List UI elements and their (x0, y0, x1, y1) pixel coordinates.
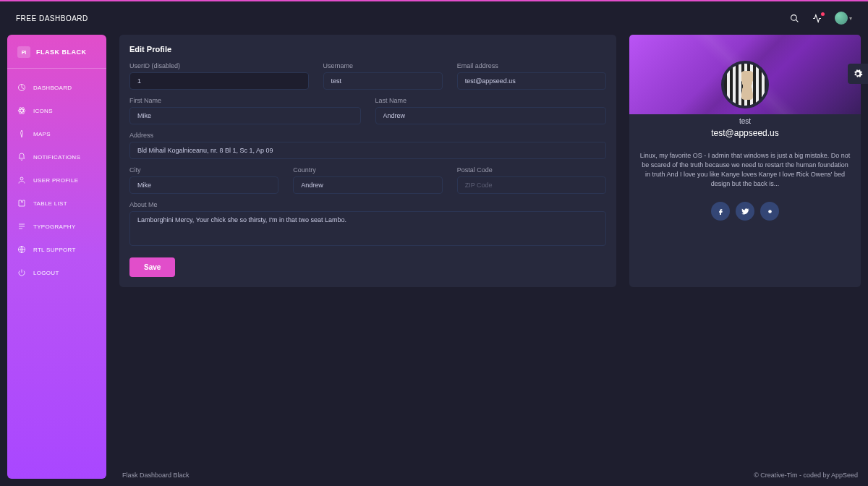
sidebar-item-maps[interactable]: MAPS (7, 122, 106, 145)
brand-logo: PI (17, 46, 30, 58)
field-country: Country (293, 166, 442, 194)
field-first-name: First Name (129, 97, 361, 124)
social-links (639, 202, 851, 221)
chart-icon (17, 83, 26, 92)
sidebar-item-label: MAPS (33, 131, 51, 137)
sidebar-item-label: DASHBOARD (33, 85, 72, 91)
settings-fab[interactable] (848, 64, 868, 84)
field-userid: UserID (disabled) (129, 62, 309, 90)
field-address: Address (129, 132, 606, 159)
topbar-actions: ▾ (790, 12, 852, 25)
chevron-down-icon: ▾ (849, 15, 852, 22)
footer-right: © Creative-Tim - coded by AppSeed (754, 472, 858, 479)
puzzle-icon (17, 199, 26, 208)
content-row: Edit Profile UserID (disabled) Username … (119, 35, 861, 287)
layout: PI FLASK BLACK DASHBOARD ICONS MAPS NOTI… (0, 35, 868, 486)
globe-icon (17, 245, 26, 254)
twitter-icon[interactable] (736, 202, 754, 221)
svg-line-1 (796, 20, 798, 22)
sidebar-item-logout[interactable]: LOGOUT (7, 261, 106, 284)
sidebar-item-label: TABLE LIST (33, 200, 67, 207)
label-postal: Postal Code (457, 166, 606, 174)
sidebar-item-icons[interactable]: ICONS (7, 99, 106, 122)
align-icon (17, 222, 26, 231)
bell-icon (17, 153, 26, 161)
pin-icon (17, 129, 26, 138)
activity-icon[interactable] (812, 14, 822, 23)
sidebar-item-dashboard[interactable]: DASHBOARD (7, 76, 106, 99)
input-country[interactable] (293, 176, 442, 194)
input-postal[interactable] (457, 176, 606, 194)
edit-profile-card: Edit Profile UserID (disabled) Username … (119, 35, 616, 287)
field-last-name: Last Name (375, 97, 607, 124)
sidebar-item-label: USER PROFILE (33, 177, 78, 184)
sidebar-item-rtl[interactable]: RTL SUPPORT (7, 238, 106, 261)
nav: DASHBOARD ICONS MAPS NOTIFICATIONS USER … (7, 76, 106, 284)
input-first-name[interactable] (129, 107, 361, 124)
footer-left: Flask Dashboard Black (122, 472, 190, 479)
sidebar-item-label: TYPOGRAPHY (33, 223, 76, 230)
profile-bio: Linux, my favorite OS - I admin that win… (639, 151, 851, 189)
input-city[interactable] (129, 176, 278, 194)
label-city: City (129, 166, 278, 174)
label-address: Address (129, 132, 606, 139)
field-about: About Me (129, 201, 606, 246)
svg-point-3 (18, 109, 25, 112)
google-icon[interactable] (760, 202, 779, 221)
sidebar-item-user-profile[interactable]: USER PROFILE (7, 169, 106, 192)
save-button[interactable]: Save (129, 257, 175, 277)
label-first: First Name (129, 97, 361, 104)
label-about: About Me (129, 201, 606, 208)
sidebar-item-label: LOGOUT (33, 270, 59, 276)
input-address[interactable] (129, 142, 606, 159)
profile-card: test test@appseed.us Linux, my favorite … (629, 35, 861, 287)
svg-point-0 (791, 14, 797, 20)
input-last-name[interactable] (375, 107, 607, 124)
profile-email: test@appseed.us (639, 128, 851, 138)
brand[interactable]: PI FLASK BLACK (7, 46, 106, 69)
notification-dot (821, 12, 825, 16)
card-title: Edit Profile (129, 45, 606, 54)
sidebar: PI FLASK BLACK DASHBOARD ICONS MAPS NOTI… (7, 35, 106, 479)
sidebar-item-notifications[interactable]: NOTIFICATIONS (7, 145, 106, 169)
search-icon[interactable] (790, 14, 799, 23)
avatar (835, 12, 848, 25)
main: Edit Profile UserID (disabled) Username … (119, 35, 861, 479)
sidebar-item-label: RTL SUPPORT (33, 247, 76, 253)
label-country: Country (293, 166, 442, 174)
profile-content: test test@appseed.us Linux, my favorite … (639, 45, 851, 221)
label-email: Email address (457, 62, 606, 69)
sidebar-item-label: ICONS (33, 108, 53, 114)
field-city: City (129, 166, 278, 194)
atom-icon (17, 106, 26, 115)
brand-name: FLASK BLACK (36, 48, 87, 56)
sidebar-item-typography[interactable]: TYPOGRAPHY (7, 215, 106, 238)
label-last: Last Name (375, 97, 607, 104)
input-username[interactable] (323, 72, 443, 90)
topbar: FREE DASHBOARD ▾ (0, 1, 868, 35)
profile-avatar[interactable] (721, 61, 769, 108)
footer: Flask Dashboard Black © Creative-Tim - c… (119, 466, 861, 479)
page-title: FREE DASHBOARD (16, 14, 88, 22)
label-username: Username (323, 62, 443, 69)
svg-point-11 (768, 210, 772, 213)
input-email[interactable] (457, 72, 606, 90)
input-about[interactable] (129, 211, 606, 246)
gear-icon (853, 69, 863, 79)
field-email: Email address (457, 62, 606, 90)
input-userid[interactable] (129, 72, 309, 90)
label-userid: UserID (disabled) (129, 62, 309, 69)
facebook-icon[interactable] (711, 202, 730, 221)
user-menu[interactable]: ▾ (835, 12, 852, 25)
svg-point-6 (20, 177, 23, 180)
field-postal: Postal Code (457, 166, 606, 194)
sidebar-item-table-list[interactable]: TABLE LIST (7, 192, 106, 215)
field-username: Username (323, 62, 443, 90)
profile-name: test (639, 117, 851, 125)
sidebar-item-label: NOTIFICATIONS (33, 154, 80, 161)
power-icon (17, 268, 26, 277)
user-icon (17, 176, 26, 184)
